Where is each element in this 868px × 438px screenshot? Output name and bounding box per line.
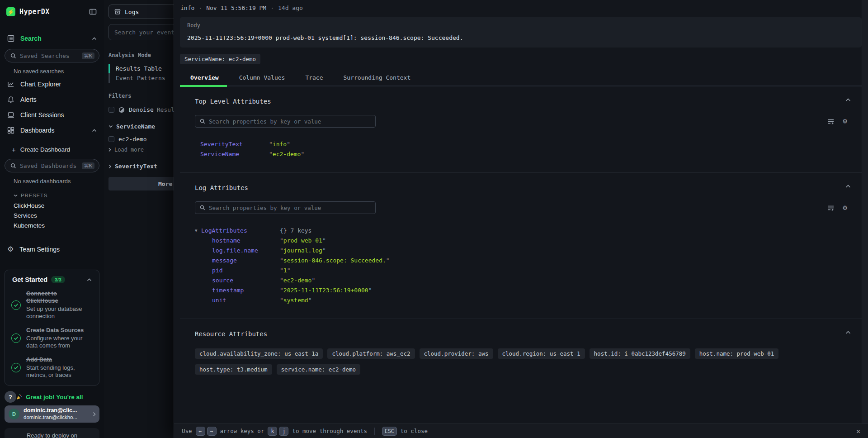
wrap-lines-icon[interactable] <box>827 205 834 211</box>
sidebar-item-chart-explorer[interactable]: Chart Explorer <box>0 76 104 92</box>
top-level-attributes-table: SeverityText info ServiceName ec2-demo <box>195 139 853 159</box>
denoise-checkbox[interactable] <box>108 107 114 113</box>
attribute-key[interactable]: source <box>207 277 280 284</box>
preset-services[interactable]: Services <box>0 209 104 219</box>
tab-column-values[interactable]: Column Values <box>239 71 285 86</box>
body-text: 2025-11-11T23:56:19+0000 prod-web-01 sys… <box>187 34 854 41</box>
saved-searches-input[interactable] <box>20 52 78 59</box>
resource-chip[interactable]: cloud.platform: aws_ec2 <box>327 348 415 359</box>
attribute-value[interactable]: 2025-11-11T23:56:19+0000 <box>280 287 372 294</box>
attribute-key[interactable]: hostname <box>207 237 280 244</box>
keyboard-hints-footer: Use ← → arrow keys or k j to move throug… <box>174 424 868 438</box>
help-button[interactable]: ? <box>5 391 16 403</box>
chevron-down-icon <box>108 125 113 128</box>
step-title: Connect to ClickHouse <box>26 290 90 305</box>
sidebar-item-search[interactable]: Search <box>0 31 104 46</box>
hyperdx-logo-icon: ⚡ <box>6 7 15 16</box>
resource-chip[interactable]: cloud.provider: aws <box>420 348 493 359</box>
get-started-step[interactable]: Create Data Sources Configure where your… <box>10 327 94 349</box>
chevron-up-icon[interactable] <box>92 37 97 40</box>
attribute-key[interactable]: SeverityText <box>195 141 269 148</box>
collapse-sidebar-icon[interactable] <box>89 8 97 15</box>
sidebar-item-client-sessions[interactable]: Client Sessions <box>0 107 104 123</box>
resource-chip[interactable]: service.name: ec2-demo <box>277 364 361 375</box>
tab-trace[interactable]: Trace <box>305 71 323 86</box>
sidebar-item-dashboards[interactable]: Dashboards <box>0 123 104 138</box>
sidebar-item-label: Search <box>20 35 42 42</box>
attribute-value[interactable]: session-846.scope: Succeeded. <box>280 257 390 264</box>
properties-search-box[interactable] <box>195 115 376 128</box>
collapse-section-icon[interactable] <box>845 185 851 188</box>
create-dashboard-button[interactable]: + Create Dashboard <box>0 141 104 153</box>
saved-dashboards-search[interactable]: ⌘K <box>5 159 99 172</box>
collapse-section-icon[interactable] <box>845 331 851 334</box>
resource-chip[interactable]: host.name: prod-web-01 <box>695 348 779 359</box>
wrap-lines-icon[interactable] <box>827 119 834 124</box>
chevron-up-icon[interactable] <box>87 278 92 281</box>
resource-attribute-chips: cloud.availability_zone: us-east-1a clou… <box>195 348 853 375</box>
resource-chip[interactable]: host.type: t3.medium <box>195 364 272 375</box>
collapse-section-icon[interactable] <box>845 98 851 102</box>
hint-text: to close <box>401 428 428 434</box>
sidebar-bottom: Get Started 3/3 Connect to ClickHouse Se… <box>0 258 104 438</box>
get-started-step[interactable]: Connect to ClickHouse Set up your databa… <box>10 290 94 320</box>
gear-icon[interactable]: ⚙ <box>843 118 847 125</box>
get-started-header[interactable]: Get Started 3/3 <box>10 276 94 283</box>
get-started-step[interactable]: Add Data Start sending logs, metrics, or… <box>10 356 94 379</box>
gear-icon[interactable]: ⚙ <box>843 204 847 211</box>
ec2-demo-checkbox[interactable] <box>108 136 114 142</box>
deploy-note-card[interactable]: Ready to deploy on <box>5 428 99 438</box>
properties-search-input[interactable] <box>209 118 371 125</box>
presets-toggle[interactable]: PRESETS <box>0 186 104 199</box>
attribute-value[interactable]: 1 <box>280 267 290 274</box>
chevron-right-icon <box>93 412 96 417</box>
scrollbar[interactable] <box>862 0 868 424</box>
resource-chip[interactable]: cloud.availability_zone: us-east-1a <box>195 348 323 359</box>
close-icon[interactable]: ✕ <box>856 427 860 435</box>
attribute-key[interactable]: log.file.name <box>207 247 280 254</box>
denoise-label: Denoise <box>129 106 154 113</box>
attribute-key[interactable]: pid <box>207 267 280 274</box>
tab-overview[interactable]: Overview <box>190 71 219 86</box>
chevron-right-icon <box>108 164 112 169</box>
sidebar-item-team-settings[interactable]: ⚙ Team Settings <box>0 242 104 257</box>
attribute-key[interactable]: message <box>207 257 280 264</box>
caret-down-icon[interactable]: ▾ <box>195 228 201 233</box>
tab-surrounding-context[interactable]: Surrounding Context <box>344 71 411 86</box>
chevron-up-icon[interactable] <box>92 129 97 132</box>
saved-dashboards-input[interactable] <box>20 162 78 169</box>
preset-clickhouse[interactable]: ClickHouse <box>0 199 104 209</box>
sidebar-item-label: Chart Explorer <box>20 81 61 88</box>
user-account-button[interactable]: D dominic.tran@clic... dominic.tran@clic… <box>5 405 99 423</box>
event-detail-panel: info · Nov 11 5:56:19 PM · 14d ago Body … <box>174 0 868 438</box>
attribute-row: SeverityText info <box>195 139 853 149</box>
service-name-tag[interactable]: ServiceName: ec2-demo <box>180 54 260 64</box>
celebration-row: ? Great job! You're all <box>0 386 104 403</box>
attribute-key[interactable]: timestamp <box>207 287 280 294</box>
attribute-value[interactable]: ec2-demo <box>269 151 304 157</box>
attribute-key[interactable]: LogAttributes <box>201 227 280 234</box>
detail-tabs: Overview Column Values Trace Surrounding… <box>180 71 862 86</box>
attribute-value[interactable]: info <box>269 141 290 148</box>
attribute-key[interactable]: unit <box>207 297 280 304</box>
attribute-value[interactable]: journal.log <box>280 247 326 254</box>
j-key: j <box>279 427 288 436</box>
attribute-value[interactable]: ec2-demo <box>280 277 315 284</box>
attribute-value[interactable]: prod-web-01 <box>280 237 326 244</box>
no-saved-searches-text: No saved searches <box>0 62 104 76</box>
resource-chip[interactable]: cloud.region: us-east-1 <box>498 348 585 359</box>
properties-search-input[interactable] <box>209 205 371 211</box>
properties-search-box[interactable] <box>195 201 376 214</box>
preset-kubernetes[interactable]: Kubernetes <box>0 219 104 229</box>
section-resource-attributes: Resource Attributes cloud.availability_z… <box>180 319 862 388</box>
attribute-key[interactable]: ServiceName <box>195 151 269 157</box>
step-subtitle: Configure where your data comes from <box>26 335 93 349</box>
step-subtitle: Start sending logs, metrics, or traces <box>26 364 93 379</box>
attribute-value[interactable]: systemd <box>280 297 311 304</box>
search-icon <box>200 119 205 124</box>
saved-searches-search[interactable]: ⌘K <box>5 49 99 62</box>
sidebar-item-alerts[interactable]: Alerts <box>0 92 104 107</box>
resource-chip[interactable]: host.id: i-0abc123def456789 <box>590 348 690 359</box>
user-name: dominic.tran@clic... <box>24 408 77 414</box>
attribute-row: pid1 <box>195 265 853 275</box>
